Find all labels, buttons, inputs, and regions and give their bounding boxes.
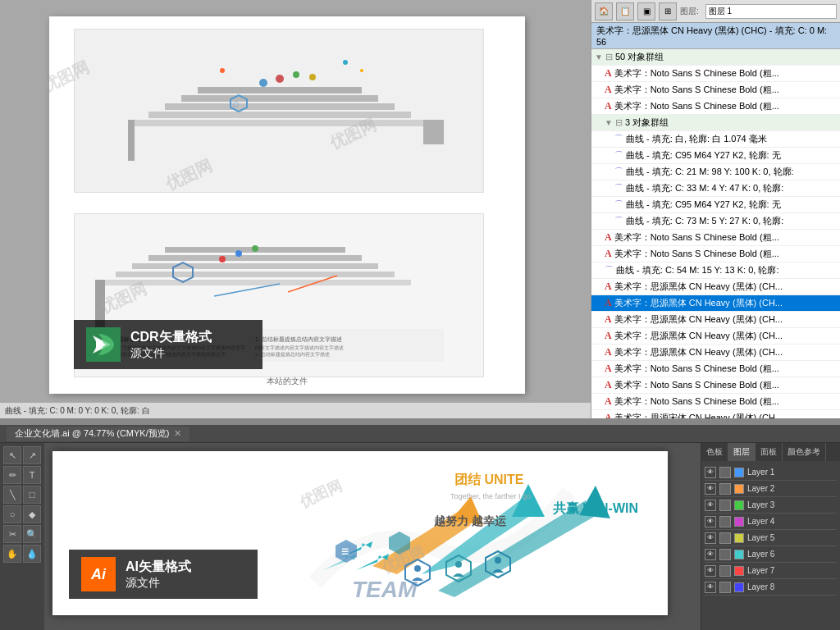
svg-point-9 [293,71,299,78]
ai-direct-select-tool[interactable]: ↗ [23,446,41,464]
ai-layer-item[interactable]: 👁 Layer 4 [705,514,837,530]
ai-scissors-tool[interactable]: ✂ [3,525,21,543]
tree-item[interactable]: ⌒曲线 - 填充: C95 M64 Y27 K2, 轮廓: 无 [591,197,840,213]
ai-badge-line2: 源文件 [126,576,191,591]
cdr-document: ⬡ CDR矢量格式 [49,16,525,394]
ai-icon: Ai [81,557,116,591]
ai-zoom-tool[interactable]: 🔍 [23,525,41,543]
ai-toolbox: ↖ ↗ ✏ T ╲ □ ○ ◆ ✂ 🔍 ✋ 💧 [0,443,44,630]
tree-item[interactable]: ⌒曲线 - 填充: C: 33 M: 4 Y: 47 K: 0, 轮廓: [591,180,840,197]
svg-rect-4 [198,87,362,94]
panel-btn-4[interactable]: ⊞ [659,2,677,21]
ai-tab-label: 企业文化墙.ai @ 74.77% (CMYK/预览) [15,427,169,440]
tree-item[interactable]: ⌒曲线 - 填充: C: 73 M: 5 Y: 27 K: 0, 轮廓: [591,213,840,230]
layer-visibility[interactable]: 👁 [705,582,716,593]
ai-tab-close[interactable]: ✕ [174,428,181,439]
ai-design-svg: ☰ 团结 UNITE Together, the farther I go 越努… [274,451,668,615]
tree-item[interactable]: A美术字：思源黑体 CN Heavy (黑体) (CH... [591,345,840,361]
cdr-window: ⬡ CDR矢量格式 [0,0,840,418]
ai-layer-item[interactable]: 👁 Layer 2 [705,481,837,497]
ai-tab-panels[interactable]: 面板 [756,443,783,461]
ai-line-tool[interactable]: ╲ [3,486,21,504]
panel-title-input[interactable]: 图层 1 [705,4,837,19]
svg-text:内容文字描述内容文字描述内容文字描述: 内容文字描述内容文字描述内容文字描述 [255,345,344,350]
tree-item[interactable]: A美术字：Noto Sans S Chinese Bold (粗... [591,82,840,98]
tree-item[interactable]: A美术字：思源黑体 CN Heavy (黑体) (CH... [591,312,840,328]
svg-rect-5 [128,120,135,161]
svg-text:团结 UNITE: 团结 UNITE [454,472,524,486]
tree-item[interactable]: A美术字：Noto Sans S Chinese Bold (粗... [591,394,840,410]
svg-point-10 [309,74,316,80]
svg-text:☰: ☰ [341,547,349,556]
svg-rect-3 [181,95,378,102]
ai-select-tool[interactable]: ↖ [3,446,21,464]
doc-status-label: 本站的文件 [267,376,308,387]
ai-tab-layers[interactable]: 图层 [728,443,756,461]
tree-item[interactable]: ⌒曲线 - 填充: 白, 轮廓: 白 1.074 毫米 [591,131,840,148]
tree-item[interactable]: A美术字：思源黑体 CN Heavy (黑体) (CH... [591,328,840,345]
ai-tool-row-5: ✂ 🔍 [3,525,41,543]
layer-visibility[interactable]: 👁 [705,467,716,478]
ai-layer-item[interactable]: 👁 Layer 6 [705,546,837,563]
tree-item[interactable]: A美术字：Noto Sans S Chinese Bold (粗... [591,66,840,82]
svg-rect-0 [132,120,427,126]
ai-ellipse-tool[interactable]: ○ [3,505,21,523]
svg-text:1. 总结标题提炼总结内容文字描述: 1. 总结标题提炼总结内容文字描述 [255,336,342,343]
svg-line-27 [214,284,280,296]
tree-item[interactable]: A美术字：思源宋体 CN Heavy (黑体) (CH... [591,410,840,418]
layer-visibility[interactable]: 👁 [705,500,716,511]
panel-selected-info: 美术字：思源黑体 CN Heavy (黑体) (CHC) - 填充: C: 0 … [596,25,827,47]
tree-item[interactable]: A美术字：Noto Sans S Chinese Bold (粗... [591,230,840,246]
ai-tool-row-3: ╲ □ [3,486,41,504]
tree-item[interactable]: ⌒曲线 - 填充: C: 54 M: 15 Y: 13 K: 0, 轮廓: [591,262,840,279]
ai-layer-item[interactable]: 👁 Layer 3 [705,497,837,514]
ai-layer-item[interactable]: 👁 Layer 7 [705,563,837,579]
svg-point-8 [276,75,284,83]
ai-canvas[interactable]: Ai AI矢量格式 源文件 [44,443,701,630]
cdr-canvas[interactable]: ⬡ CDR矢量格式 [0,0,591,418]
tree-item[interactable]: ⌒曲线 - 填充: C95 M64 Y27 K2, 轮廓: 无 [591,148,840,164]
tree-item[interactable]: A美术字：Noto Sans S Chinese Bold (粗... [591,377,840,394]
ai-eyedropper-tool[interactable]: 💧 [23,545,41,563]
ai-layer-item[interactable]: 👁 Layer 5 [705,530,837,546]
svg-point-52 [495,557,501,564]
ai-active-tab[interactable]: 企业文化墙.ai @ 74.77% (CMYK/预览) ✕ [7,427,189,441]
layer-visibility[interactable]: 👁 [705,483,716,495]
tree-item[interactable]: ▼⊟50 对象群组 [591,49,840,66]
ai-tab-colorguide[interactable]: 颜色参考 [783,443,826,461]
ai-layer-item[interactable]: 👁 Layer 8 [705,579,837,596]
tree-item[interactable]: ⌒曲线 - 填充: C: 21 M: 98 Y: 100 K: 0, 轮廓: [591,164,840,180]
svg-point-15 [360,69,363,72]
ai-paintbucket-tool[interactable]: ◆ [23,505,41,523]
object-tree[interactable]: ▼⊟50 对象群组A美术字：Noto Sans S Chinese Bold (… [591,49,840,418]
svg-point-24 [219,256,226,262]
ai-layers-panel: 👁 Layer 1 👁 Layer 2 👁 Layer 3 👁 Layer 4 … [701,461,840,599]
staircase-illustration: ⬡ [99,46,460,177]
panel-btn-3[interactable]: ▣ [637,2,655,21]
layer-visibility[interactable]: 👁 [705,565,716,577]
svg-rect-2 [165,103,395,110]
ai-rect-tool[interactable]: □ [23,486,41,504]
cdr-badge: CDR矢量格式 源文件 [74,320,262,369]
tree-item[interactable]: A美术字：Noto Sans S Chinese Bold (粗... [591,98,840,115]
ai-tab-swatches[interactable]: 色板 [701,443,728,461]
panel-btn-1[interactable]: 🏠 [595,2,613,21]
ai-type-tool[interactable]: T [23,466,41,484]
ai-badge: Ai AI矢量格式 源文件 [69,550,258,599]
tree-item[interactable]: A美术字：思源黑体 CN Heavy (黑体) (CH... [591,295,840,312]
cdr-badge-text: CDR矢量格式 源文件 [130,329,212,361]
tree-item[interactable]: A美术字：思源黑体 CN Heavy (黑体) (CH... [591,279,840,295]
right-panel: 🏠 📋 ▣ ⊞ 图层: 图层 1 美术字：思源黑体 CN Heavy (黑体) … [591,0,840,418]
layer-visibility[interactable]: 👁 [705,549,716,560]
svg-rect-17 [99,280,411,285]
panel-btn-2[interactable]: 📋 [616,2,634,21]
tree-item[interactable]: A美术字：Noto Sans S Chinese Bold (粗... [591,246,840,262]
layer-visibility[interactable]: 👁 [705,532,716,544]
ai-hand-tool[interactable]: ✋ [3,545,21,563]
ai-layer-item[interactable]: 👁 Layer 1 [705,464,837,481]
svg-text:共赢 WIN-WIN: 共赢 WIN-WIN [553,500,638,515]
layer-visibility[interactable]: 👁 [705,516,716,527]
ai-pen-tool[interactable]: ✏ [3,466,21,484]
tree-item[interactable]: A美术字：Noto Sans S Chinese Bold (粗... [591,361,840,377]
tree-item[interactable]: ▼⊟3 对象群组 [591,115,840,131]
